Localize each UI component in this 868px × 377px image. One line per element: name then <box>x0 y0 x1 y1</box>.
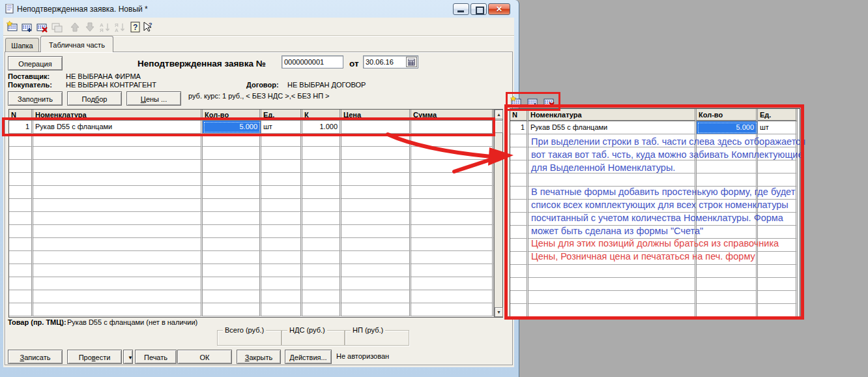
cell[interactable] <box>261 212 302 225</box>
new-row-icon[interactable] <box>7 21 20 33</box>
cell[interactable] <box>9 134 33 147</box>
cell[interactable] <box>302 134 341 147</box>
cell[interactable] <box>9 186 33 199</box>
cell[interactable] <box>411 290 494 303</box>
cell[interactable] <box>9 225 33 238</box>
cell[interactable] <box>203 186 261 199</box>
cell[interactable] <box>341 238 411 251</box>
cell[interactable] <box>203 264 261 277</box>
cell[interactable] <box>203 303 261 316</box>
cell[interactable] <box>261 225 302 238</box>
cell[interactable] <box>411 264 494 277</box>
cell[interactable] <box>341 186 411 199</box>
scroll-up-button[interactable]: ▲ <box>495 110 503 119</box>
cell[interactable] <box>33 186 203 199</box>
cell[interactable] <box>302 277 341 290</box>
cell[interactable] <box>9 251 33 264</box>
cell[interactable] <box>261 199 302 212</box>
cell[interactable] <box>302 199 341 212</box>
delete-row-icon[interactable] <box>36 21 49 33</box>
cell[interactable] <box>341 199 411 212</box>
cell[interactable]: 5.000 <box>203 121 261 134</box>
cell[interactable] <box>33 134 203 147</box>
pick-button[interactable]: Подбор <box>67 91 122 106</box>
cell[interactable] <box>341 277 411 290</box>
cell[interactable] <box>302 173 341 186</box>
cell[interactable] <box>9 238 33 251</box>
cell[interactable] <box>411 303 494 316</box>
cell[interactable] <box>302 212 341 225</box>
prices-button[interactable]: Цены ... <box>126 91 181 106</box>
cell[interactable] <box>33 147 203 160</box>
cell[interactable] <box>33 277 203 290</box>
cell[interactable] <box>9 199 33 212</box>
cell[interactable] <box>302 225 341 238</box>
title-bar[interactable]: Неподтвержденная заявка. Новый * ✕ <box>0 0 519 18</box>
cell[interactable] <box>203 134 261 147</box>
cell[interactable] <box>33 290 203 303</box>
write-button[interactable]: Записать <box>8 350 63 364</box>
cell[interactable]: Рукав D55 с фланцами <box>33 121 203 134</box>
cell[interactable] <box>261 290 302 303</box>
scroll-down-button[interactable]: ▼ <box>495 307 503 317</box>
cell[interactable] <box>203 160 261 173</box>
cell[interactable] <box>9 264 33 277</box>
cell[interactable] <box>341 212 411 225</box>
cell[interactable] <box>411 251 494 264</box>
post-button[interactable]: Провести <box>67 350 122 364</box>
post-dropdown-button[interactable]: ▼ <box>123 350 133 364</box>
cell[interactable] <box>33 303 203 316</box>
doc-date-input[interactable]: 30.06.16 <box>363 55 418 68</box>
add-row-icon[interactable] <box>21 21 34 33</box>
calendar-button[interactable] <box>406 57 417 67</box>
cell[interactable] <box>33 251 203 264</box>
cell[interactable] <box>33 238 203 251</box>
cell[interactable] <box>302 264 341 277</box>
cell[interactable] <box>261 303 302 316</box>
minimize-button[interactable] <box>453 3 469 15</box>
cell[interactable]: 1.000 <box>302 121 341 134</box>
actions-button[interactable]: Действия... <box>285 350 332 364</box>
cell[interactable] <box>261 173 302 186</box>
cell[interactable] <box>261 277 302 290</box>
cell[interactable] <box>9 147 33 160</box>
cell[interactable] <box>302 290 341 303</box>
cell[interactable] <box>203 225 261 238</box>
cell[interactable] <box>9 212 33 225</box>
close-form-button[interactable]: Закрыть <box>237 350 281 364</box>
cell[interactable] <box>33 225 203 238</box>
cell[interactable] <box>411 238 494 251</box>
cell[interactable] <box>302 303 341 316</box>
operation-button[interactable]: Операция <box>8 56 63 70</box>
cell[interactable] <box>411 277 494 290</box>
cell[interactable] <box>33 212 203 225</box>
close-button[interactable]: ✕ <box>488 3 510 15</box>
doc-number-input[interactable]: 0000000001 <box>282 55 343 68</box>
cell[interactable] <box>261 147 302 160</box>
cell[interactable] <box>203 212 261 225</box>
cell[interactable] <box>341 303 411 316</box>
cell[interactable] <box>341 290 411 303</box>
cell[interactable] <box>341 225 411 238</box>
cell[interactable] <box>302 251 341 264</box>
cell[interactable] <box>9 290 33 303</box>
cell[interactable] <box>203 290 261 303</box>
cell[interactable] <box>302 147 341 160</box>
cell[interactable] <box>203 277 261 290</box>
context-help-icon[interactable]: ? <box>141 21 154 33</box>
maximize-button[interactable] <box>470 3 487 15</box>
print-button[interactable]: Печать <box>135 350 177 364</box>
cell[interactable] <box>33 264 203 277</box>
cell[interactable] <box>203 238 261 251</box>
cell[interactable] <box>203 199 261 212</box>
cell[interactable] <box>33 160 203 173</box>
cell[interactable] <box>261 134 302 147</box>
cell[interactable] <box>302 160 341 173</box>
cell[interactable] <box>203 147 261 160</box>
cell[interactable] <box>261 264 302 277</box>
cell[interactable] <box>203 173 261 186</box>
cell[interactable] <box>302 186 341 199</box>
cell[interactable]: 1 <box>9 121 33 134</box>
cell[interactable] <box>9 173 33 186</box>
tab-tablichnaya-chast[interactable]: Табличная часть <box>40 36 113 52</box>
